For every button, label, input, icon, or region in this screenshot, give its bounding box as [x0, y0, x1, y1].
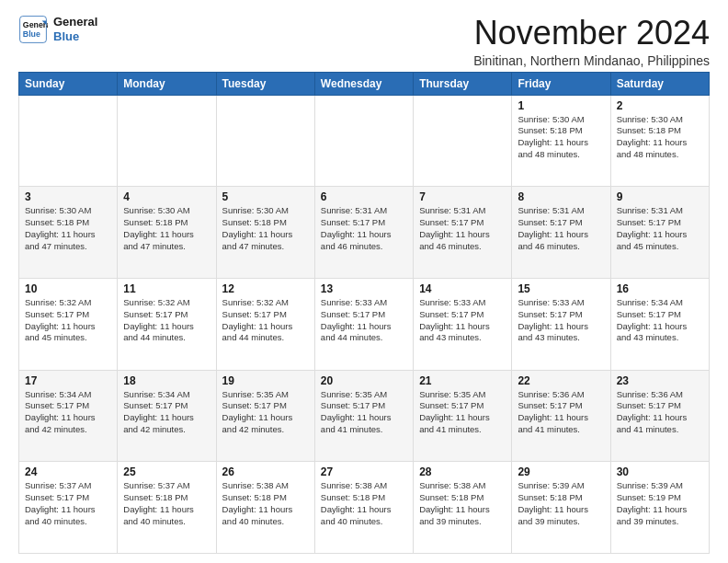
day-number: 10 — [25, 282, 111, 295]
day-info: Sunrise: 5:30 AMSunset: 5:18 PMDaylight:… — [123, 205, 210, 252]
calendar-cell: 1Sunrise: 5:30 AMSunset: 5:18 PMDaylight… — [512, 95, 610, 187]
day-info: Sunrise: 5:34 AMSunset: 5:17 PMDaylight:… — [123, 389, 210, 436]
day-info: Sunrise: 5:30 AMSunset: 5:18 PMDaylight:… — [617, 114, 703, 161]
day-info: Sunrise: 5:30 AMSunset: 5:18 PMDaylight:… — [222, 205, 309, 252]
day-number: 8 — [518, 190, 604, 203]
calendar-cell — [19, 95, 118, 187]
day-info: Sunrise: 5:35 AMSunset: 5:17 PMDaylight:… — [222, 389, 309, 436]
calendar-cell: 26Sunrise: 5:38 AMSunset: 5:18 PMDayligh… — [216, 462, 314, 554]
day-info: Sunrise: 5:32 AMSunset: 5:17 PMDaylight:… — [25, 297, 111, 344]
calendar-week-row: 10Sunrise: 5:32 AMSunset: 5:17 PMDayligh… — [19, 278, 710, 370]
day-info: Sunrise: 5:38 AMSunset: 5:18 PMDaylight:… — [321, 480, 407, 527]
calendar-cell: 16Sunrise: 5:34 AMSunset: 5:17 PMDayligh… — [610, 278, 709, 370]
calendar-cell: 30Sunrise: 5:39 AMSunset: 5:19 PMDayligh… — [610, 462, 709, 554]
day-info: Sunrise: 5:39 AMSunset: 5:19 PMDaylight:… — [617, 480, 703, 527]
location: Binitinan, Northern Mindanao, Philippine… — [473, 53, 710, 68]
calendar-cell — [216, 95, 314, 187]
day-info: Sunrise: 5:31 AMSunset: 5:17 PMDaylight:… — [518, 205, 604, 252]
calendar-cell: 17Sunrise: 5:34 AMSunset: 5:17 PMDayligh… — [19, 370, 118, 462]
calendar-header-monday: Monday — [118, 72, 216, 95]
day-number: 27 — [321, 465, 407, 478]
month-title: November 2024 — [473, 15, 710, 52]
calendar-cell: 23Sunrise: 5:36 AMSunset: 5:17 PMDayligh… — [610, 370, 709, 462]
logo-icon: General Blue — [18, 15, 48, 44]
calendar-cell: 3Sunrise: 5:30 AMSunset: 5:18 PMDaylight… — [19, 187, 118, 279]
day-number: 12 — [222, 282, 309, 295]
calendar-cell: 8Sunrise: 5:31 AMSunset: 5:17 PMDaylight… — [512, 187, 610, 279]
calendar-cell: 29Sunrise: 5:39 AMSunset: 5:18 PMDayligh… — [512, 462, 610, 554]
day-number: 4 — [123, 190, 210, 203]
svg-text:Blue: Blue — [23, 29, 40, 39]
day-number: 24 — [25, 465, 111, 478]
day-number: 2 — [617, 99, 703, 112]
day-info: Sunrise: 5:31 AMSunset: 5:17 PMDaylight:… — [617, 205, 703, 252]
day-number: 7 — [419, 190, 506, 203]
day-number: 5 — [222, 190, 309, 203]
day-info: Sunrise: 5:36 AMSunset: 5:17 PMDaylight:… — [518, 389, 604, 436]
calendar-header-saturday: Saturday — [610, 72, 709, 95]
day-info: Sunrise: 5:32 AMSunset: 5:17 PMDaylight:… — [123, 297, 210, 344]
calendar-cell: 11Sunrise: 5:32 AMSunset: 5:17 PMDayligh… — [118, 278, 216, 370]
calendar-cell: 25Sunrise: 5:37 AMSunset: 5:18 PMDayligh… — [118, 462, 216, 554]
day-number: 14 — [419, 282, 506, 295]
calendar-header-friday: Friday — [512, 72, 610, 95]
day-number: 26 — [222, 465, 309, 478]
calendar-week-row: 1Sunrise: 5:30 AMSunset: 5:18 PMDaylight… — [19, 95, 710, 187]
page: General Blue General Blue November 2024 … — [0, 0, 728, 563]
day-info: Sunrise: 5:33 AMSunset: 5:17 PMDaylight:… — [321, 297, 407, 344]
title-block: November 2024 Binitinan, Northern Mindan… — [473, 15, 710, 68]
day-number: 18 — [123, 374, 210, 387]
day-info: Sunrise: 5:30 AMSunset: 5:18 PMDaylight:… — [25, 205, 111, 252]
day-number: 6 — [321, 190, 407, 203]
day-number: 20 — [321, 374, 407, 387]
calendar-week-row: 3Sunrise: 5:30 AMSunset: 5:18 PMDaylight… — [19, 187, 710, 279]
day-info: Sunrise: 5:35 AMSunset: 5:17 PMDaylight:… — [321, 389, 407, 436]
calendar-table: SundayMondayTuesdayWednesdayThursdayFrid… — [18, 72, 710, 554]
calendar-cell: 5Sunrise: 5:30 AMSunset: 5:18 PMDaylight… — [216, 187, 314, 279]
calendar-cell: 22Sunrise: 5:36 AMSunset: 5:17 PMDayligh… — [512, 370, 610, 462]
calendar-cell — [118, 95, 216, 187]
calendar-cell — [414, 95, 512, 187]
day-number: 17 — [25, 374, 111, 387]
day-info: Sunrise: 5:38 AMSunset: 5:18 PMDaylight:… — [222, 480, 309, 527]
day-info: Sunrise: 5:33 AMSunset: 5:17 PMDaylight:… — [419, 297, 506, 344]
day-number: 22 — [518, 374, 604, 387]
day-number: 25 — [123, 465, 210, 478]
day-info: Sunrise: 5:33 AMSunset: 5:17 PMDaylight:… — [518, 297, 604, 344]
day-info: Sunrise: 5:32 AMSunset: 5:17 PMDaylight:… — [222, 297, 309, 344]
calendar-cell: 13Sunrise: 5:33 AMSunset: 5:17 PMDayligh… — [314, 278, 413, 370]
calendar-cell: 6Sunrise: 5:31 AMSunset: 5:17 PMDaylight… — [314, 187, 413, 279]
day-info: Sunrise: 5:34 AMSunset: 5:17 PMDaylight:… — [617, 297, 703, 344]
calendar-cell: 12Sunrise: 5:32 AMSunset: 5:17 PMDayligh… — [216, 278, 314, 370]
calendar-cell: 4Sunrise: 5:30 AMSunset: 5:18 PMDaylight… — [118, 187, 216, 279]
day-info: Sunrise: 5:34 AMSunset: 5:17 PMDaylight:… — [25, 389, 111, 436]
calendar-cell: 7Sunrise: 5:31 AMSunset: 5:17 PMDaylight… — [414, 187, 512, 279]
day-number: 1 — [518, 99, 604, 112]
calendar-cell: 21Sunrise: 5:35 AMSunset: 5:17 PMDayligh… — [414, 370, 512, 462]
day-info: Sunrise: 5:39 AMSunset: 5:18 PMDaylight:… — [518, 480, 604, 527]
calendar-cell: 15Sunrise: 5:33 AMSunset: 5:17 PMDayligh… — [512, 278, 610, 370]
calendar-header-tuesday: Tuesday — [216, 72, 314, 95]
calendar-cell: 18Sunrise: 5:34 AMSunset: 5:17 PMDayligh… — [118, 370, 216, 462]
calendar-cell: 24Sunrise: 5:37 AMSunset: 5:17 PMDayligh… — [19, 462, 118, 554]
day-number: 21 — [419, 374, 506, 387]
calendar-cell: 28Sunrise: 5:38 AMSunset: 5:18 PMDayligh… — [414, 462, 512, 554]
day-number: 13 — [321, 282, 407, 295]
day-number: 30 — [617, 465, 703, 478]
day-info: Sunrise: 5:37 AMSunset: 5:17 PMDaylight:… — [25, 480, 111, 527]
day-number: 23 — [617, 374, 703, 387]
day-number: 9 — [617, 190, 703, 203]
calendar-week-row: 17Sunrise: 5:34 AMSunset: 5:17 PMDayligh… — [19, 370, 710, 462]
calendar-header-row: SundayMondayTuesdayWednesdayThursdayFrid… — [19, 72, 710, 95]
calendar-cell: 27Sunrise: 5:38 AMSunset: 5:18 PMDayligh… — [314, 462, 413, 554]
day-number: 15 — [518, 282, 604, 295]
calendar-cell: 9Sunrise: 5:31 AMSunset: 5:17 PMDaylight… — [610, 187, 709, 279]
calendar-header-wednesday: Wednesday — [314, 72, 413, 95]
day-number: 19 — [222, 374, 309, 387]
calendar-week-row: 24Sunrise: 5:37 AMSunset: 5:17 PMDayligh… — [19, 462, 710, 554]
calendar-cell: 20Sunrise: 5:35 AMSunset: 5:17 PMDayligh… — [314, 370, 413, 462]
day-info: Sunrise: 5:36 AMSunset: 5:17 PMDaylight:… — [617, 389, 703, 436]
header: General Blue General Blue November 2024 … — [18, 15, 710, 68]
day-info: Sunrise: 5:31 AMSunset: 5:17 PMDaylight:… — [419, 205, 506, 252]
day-number: 3 — [25, 190, 111, 203]
